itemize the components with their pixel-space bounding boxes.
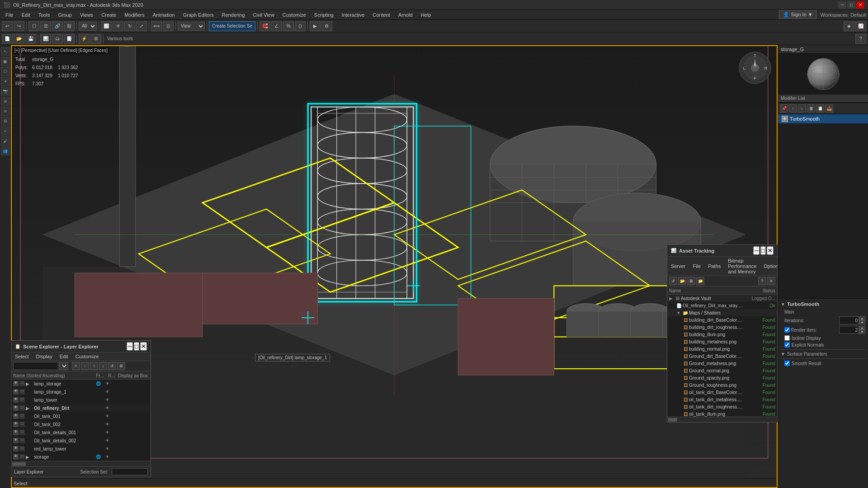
- at-add-button[interactable]: 📂: [678, 277, 686, 285]
- se-row-oil-tank-002[interactable]: 👁 □ Oil_tank_002 👁: [11, 420, 151, 428]
- collapse-icon[interactable]: ▼: [781, 302, 785, 307]
- se-row-oil-refinery-dirt[interactable]: 👁 □ ▶ Oil_refinery_Dirt 👁: [11, 404, 151, 412]
- render-iters-down-button[interactable]: ▼: [859, 330, 865, 334]
- menu-file[interactable]: File: [2, 11, 17, 19]
- view-select[interactable]: View: [178, 22, 205, 31]
- snap-button[interactable]: 🧲: [259, 21, 270, 31]
- se-eye-icon[interactable]: 👁: [13, 446, 19, 451]
- help-button[interactable]: ?: [855, 34, 866, 44]
- modifier-turbosmooth-item[interactable]: 👁 TurboSmooth: [778, 114, 868, 123]
- menu-help[interactable]: Help: [417, 11, 435, 19]
- at-close-toolbar-button[interactable]: ✕: [767, 277, 775, 285]
- se-row-storage[interactable]: 👁 □ ▶ storage 🌐 👁: [11, 453, 151, 461]
- create-selection-button[interactable]: Create Selection Se: [209, 21, 255, 31]
- se-expand-icon[interactable]: ▶: [26, 381, 33, 386]
- se-row-oil-tank-details-001[interactable]: 👁 □ Oil_tank_details_001 👁: [11, 428, 151, 436]
- at-maximize-button[interactable]: □: [760, 246, 766, 255]
- at-row-ground-roughness[interactable]: 🖼 Ground_roughness.png Found: [667, 381, 777, 389]
- surface-params-header[interactable]: ▼ Surface Parameters: [781, 352, 865, 357]
- menu-content[interactable]: Content: [369, 11, 394, 19]
- at-menu-paths[interactable]: Paths: [706, 263, 722, 269]
- sidebar-cameras-icon[interactable]: 📷: [1, 87, 10, 96]
- select-region-button[interactable]: ⬜: [101, 21, 112, 31]
- at-row-ground-normal[interactable]: 🖼 Ground_normal.png Found: [667, 367, 777, 374]
- close-button[interactable]: ✕: [856, 1, 864, 9]
- sidebar-spacewarps-icon[interactable]: ≋: [1, 107, 10, 116]
- sidebar-helpers-icon[interactable]: ⊕: [1, 97, 10, 106]
- se-filter-select[interactable]: ▼: [59, 362, 68, 370]
- undo-button[interactable]: ↩: [2, 21, 13, 31]
- iterations-input[interactable]: [839, 316, 859, 324]
- render-iters-up-button[interactable]: ▲: [859, 326, 865, 330]
- at-row-building-dirt-roughness[interactable]: 🖼 building_dirt_roughness.png Found: [667, 324, 777, 331]
- se-eye-icon[interactable]: 👁: [13, 381, 19, 386]
- open-button[interactable]: 📂: [14, 34, 24, 44]
- menu-scripting[interactable]: Scripting: [311, 11, 337, 19]
- se-maximize-button[interactable]: □: [134, 342, 139, 351]
- se-eye-icon[interactable]: 👁: [13, 422, 19, 427]
- se-menu-customize[interactable]: Customize: [74, 353, 101, 360]
- se-add-button[interactable]: +: [72, 362, 80, 370]
- sidebar-select-icon[interactable]: ↖: [1, 47, 10, 56]
- sidebar-ribbon-icon[interactable]: ≡: [1, 127, 10, 136]
- at-row-ground-dirt-basecolor[interactable]: 🖼 Ground_dirt_BaseColor.png Found: [667, 352, 777, 360]
- se-row-oil-tank-details-002[interactable]: 👁 □ Oil_tank_details_002 👁: [11, 436, 151, 445]
- angle-snap-button[interactable]: ∠: [271, 21, 282, 31]
- minimize-button[interactable]: ─: [838, 1, 846, 9]
- mod-move-up-button[interactable]: ↑: [789, 104, 797, 113]
- at-refresh-button[interactable]: ↺: [669, 277, 677, 285]
- at-scrollbar-thumb-h[interactable]: [668, 418, 677, 422]
- se-menu-display[interactable]: Display: [34, 353, 54, 360]
- percent-snap-button[interactable]: %: [283, 21, 294, 31]
- link-button[interactable]: 🔗: [52, 21, 63, 31]
- menu-interactive[interactable]: Interactive: [338, 11, 368, 19]
- se-eye-icon[interactable]: 👁: [13, 430, 19, 435]
- quick-render-button[interactable]: ⚡: [79, 34, 90, 44]
- mod-copy-button[interactable]: 📋: [816, 104, 824, 113]
- mod-delete-button[interactable]: 🗑: [807, 104, 815, 113]
- at-help-button[interactable]: ?: [758, 277, 766, 285]
- se-row-lamp-tower[interactable]: 👁 □ lamp_tower 👁: [11, 396, 151, 404]
- se-row-red-lamp-tower[interactable]: 👁 □ red_lamp_tower 👁: [11, 445, 151, 453]
- at-row-oil-tank-metalness[interactable]: 🖼 oil_tank_dirt_metalness.png Found: [667, 396, 777, 403]
- mirror-button[interactable]: ⟺: [151, 21, 162, 31]
- sidebar-populate-icon[interactable]: 👥: [1, 146, 10, 155]
- se-expand-icon[interactable]: ▶: [26, 406, 33, 411]
- se-close-button[interactable]: ✕: [140, 342, 147, 351]
- menu-views[interactable]: Views: [76, 11, 97, 19]
- menu-arnold[interactable]: Arnold: [395, 11, 416, 19]
- se-eye-icon[interactable]: 👁: [13, 413, 19, 419]
- at-menu-server[interactable]: Server: [669, 263, 687, 269]
- render-iters-input[interactable]: [839, 326, 859, 334]
- menu-edit[interactable]: Edit: [18, 11, 34, 19]
- redo-button[interactable]: ↪: [14, 21, 24, 31]
- unlink-button[interactable]: ⛓: [64, 21, 75, 31]
- selection-set-input[interactable]: [112, 468, 148, 475]
- mod-move-down-button[interactable]: ↓: [798, 104, 806, 113]
- se-up-button[interactable]: ↑: [90, 362, 98, 370]
- curve-editor-button[interactable]: 📈: [855, 21, 866, 31]
- iterations-down-button[interactable]: ▼: [859, 320, 865, 324]
- scale-button[interactable]: ⤢: [136, 21, 147, 31]
- sidebar-lights-icon[interactable]: ☀: [1, 77, 10, 86]
- spinner-snap-button[interactable]: ⟨⟩: [295, 21, 306, 31]
- se-search-input[interactable]: [13, 362, 58, 370]
- menu-create[interactable]: Create: [98, 11, 120, 19]
- at-row-ground-opacity[interactable]: 🖼 Ground_opacity.png Found: [667, 374, 777, 381]
- isoline-display-checkbox[interactable]: [784, 335, 790, 341]
- se-eye-icon[interactable]: 👁: [13, 389, 19, 394]
- at-menu-bitmap[interactable]: Bitmap Performance and Memory: [726, 258, 758, 275]
- mod-pin-button[interactable]: 📌: [780, 104, 788, 113]
- layer-manager-button[interactable]: 📑: [64, 34, 75, 44]
- at-row-building-normal[interactable]: 🖼 building_normal.png Found: [667, 345, 777, 352]
- at-row-autodesk-vault[interactable]: ▶ 🏛 Autodesk Vault Logged O...: [667, 295, 777, 302]
- explicit-normals-checkbox[interactable]: [784, 342, 790, 347]
- select-object-button[interactable]: ☐: [28, 21, 39, 31]
- se-menu-select[interactable]: Select: [13, 353, 31, 360]
- se-row-lamp-storage-1[interactable]: 👁 □ lamp_storage_1 👁: [11, 388, 151, 396]
- move-button[interactable]: ✛: [113, 21, 123, 31]
- se-options-button[interactable]: ⚙: [117, 362, 125, 370]
- at-menu-options[interactable]: Options: [762, 263, 778, 269]
- se-scrollbar-h[interactable]: [11, 461, 151, 466]
- se-eye-icon[interactable]: 👁: [13, 397, 19, 403]
